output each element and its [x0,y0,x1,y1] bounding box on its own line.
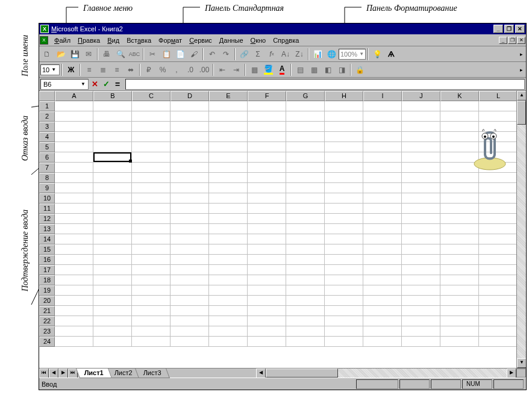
app-minimize-button[interactable]: _ [493,25,503,33]
cell[interactable] [209,173,248,183]
cell[interactable] [286,214,325,224]
cell[interactable] [286,132,325,142]
cell[interactable] [248,163,286,173]
cell[interactable] [55,204,93,214]
cell[interactable] [132,316,171,326]
cell[interactable] [286,337,325,347]
toolbar-overflow[interactable]: ▸ [518,51,525,57]
cell[interactable] [440,306,479,316]
cell[interactable] [93,122,132,132]
cell[interactable] [440,234,479,244]
cell[interactable] [132,214,171,224]
cell[interactable] [440,285,479,296]
cell[interactable] [132,234,171,244]
edit-formula-button[interactable]: = [112,79,123,90]
cell[interactable] [325,316,363,326]
cell[interactable] [402,111,440,122]
copy-button[interactable]: 📋 [160,48,173,60]
cell[interactable] [171,285,209,296]
cell[interactable] [93,132,132,142]
cell[interactable] [479,111,518,122]
menu-view[interactable]: Вид [104,36,123,45]
cell[interactable] [93,163,132,173]
row-header-9[interactable]: 9 [39,183,55,193]
comma-button[interactable]: , [170,63,183,76]
cell[interactable] [363,316,402,326]
cell[interactable] [171,214,209,224]
cell[interactable] [363,132,402,142]
cell[interactable] [479,234,518,244]
confirm-input-button[interactable]: ✓ [101,79,111,90]
row-header-5[interactable]: 5 [39,142,55,152]
row-header-2[interactable]: 2 [39,111,55,122]
mail-button[interactable]: ✉ [82,48,95,60]
name-box[interactable]: B6 ▼ [40,79,89,90]
cell[interactable] [402,163,440,173]
row-header-19[interactable]: 19 [39,285,55,296]
row-header-8[interactable]: 8 [39,173,55,183]
cell[interactable] [55,122,93,132]
cell[interactable] [402,326,440,337]
align-right-button[interactable]: ≡ [110,63,124,76]
cell[interactable] [286,163,325,173]
cell[interactable] [171,142,209,152]
cell[interactable] [132,173,171,183]
cell[interactable] [55,296,93,306]
row-header-7[interactable]: 7 [39,163,55,173]
cell[interactable] [402,214,440,224]
cell[interactable] [325,285,363,296]
print-button[interactable]: 🖶 [100,48,113,60]
cell[interactable] [93,296,132,306]
cell[interactable] [479,296,518,306]
cell[interactable] [93,204,132,214]
cell[interactable] [402,255,440,265]
cell[interactable] [325,183,363,193]
menu-help[interactable]: Справка [269,36,302,45]
col-header-H[interactable]: H [325,91,363,101]
cell[interactable] [132,337,171,347]
lock-button[interactable]: 🔒 [353,63,366,76]
cell[interactable] [363,234,402,244]
cell[interactable] [132,193,171,204]
col-header-J[interactable]: J [402,91,440,101]
row-header-1[interactable]: 1 [39,101,55,111]
cell[interactable] [363,275,402,285]
zoom-combo[interactable]: 100%▼ [339,49,366,60]
cell[interactable] [93,265,132,275]
cell[interactable] [325,306,363,316]
cell[interactable] [286,285,325,296]
cell[interactable] [325,265,363,275]
cell[interactable] [440,193,479,204]
align-left-button[interactable]: ≡ [83,63,96,76]
scroll-down-button[interactable]: ▼ [517,358,526,368]
fx-button[interactable]: fx [265,48,278,60]
cell[interactable] [55,326,93,337]
decrease-decimal-button[interactable]: .00 [198,63,211,76]
menu-format[interactable]: Формат [155,36,186,45]
cell[interactable] [132,244,171,255]
cell[interactable] [171,163,209,173]
cell[interactable] [93,234,132,244]
cell[interactable] [325,132,363,142]
cell[interactable] [55,163,93,173]
cell[interactable] [132,285,171,296]
new-button[interactable]: 🗋 [40,48,54,60]
cell[interactable] [209,132,248,142]
cell[interactable] [402,224,440,234]
cell[interactable] [209,163,248,173]
cell[interactable] [93,316,132,326]
cell[interactable] [363,163,402,173]
cell[interactable] [363,326,402,337]
cell[interactable] [171,326,209,337]
cell[interactable] [248,234,286,244]
cell[interactable] [325,255,363,265]
cell[interactable] [479,275,518,285]
cell[interactable] [286,265,325,275]
col-header-G[interactable]: G [286,91,325,101]
cell[interactable] [248,142,286,152]
cell[interactable] [248,244,286,255]
cell[interactable] [363,255,402,265]
cell[interactable] [363,285,402,296]
cell[interactable] [286,183,325,193]
col-header-D[interactable]: D [171,91,209,101]
